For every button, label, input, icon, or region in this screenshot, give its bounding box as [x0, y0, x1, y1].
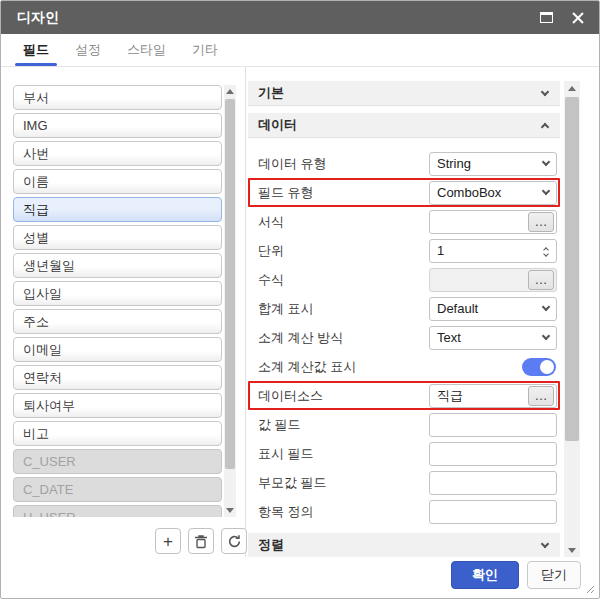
refresh-icon	[227, 534, 242, 549]
scrollbar-thumb[interactable]	[225, 99, 235, 469]
ellipsis-button[interactable]: …	[528, 386, 554, 406]
chevron-down-icon	[542, 303, 550, 311]
add-field-button[interactable]: +	[155, 528, 181, 554]
titlebar: 디자인	[1, 1, 599, 34]
section-title: 데이터	[258, 116, 297, 134]
property-row-formula: 수식 …	[248, 265, 560, 294]
data-type-select[interactable]: String	[429, 152, 557, 176]
display-field-input[interactable]	[429, 442, 557, 466]
tab-label: 필드	[23, 41, 49, 59]
ok-button[interactable]: 확인	[451, 561, 519, 589]
value-field-input[interactable]	[429, 413, 557, 437]
tab-style[interactable]: 스타일	[121, 34, 172, 66]
scroll-down-icon[interactable]	[564, 543, 580, 557]
spinner-value: 1	[437, 243, 444, 258]
maximize-icon[interactable]	[540, 12, 553, 23]
formula-input: …	[429, 268, 557, 292]
list-item[interactable]: IMG	[13, 113, 222, 138]
property-row-field-type: 필드 유형 ComboBox	[248, 178, 560, 207]
close-icon[interactable]	[571, 11, 585, 25]
dialog-title: 디자인	[17, 9, 540, 27]
tab-settings[interactable]: 설정	[69, 34, 107, 66]
property-row-subtotal-method: 소계 계산 방식 Text	[248, 323, 560, 352]
format-input[interactable]: …	[429, 210, 557, 234]
field-type-select[interactable]: ComboBox	[429, 181, 557, 205]
close-button[interactable]: 닫기	[527, 561, 581, 589]
list-item[interactable]: 주소	[13, 309, 222, 334]
ellipsis-button[interactable]: …	[528, 212, 554, 232]
list-item[interactable]: 비고	[13, 421, 222, 446]
tab-etc[interactable]: 기타	[186, 34, 224, 66]
list-item[interactable]: 이름	[13, 169, 222, 194]
scrollbar-thumb[interactable]	[565, 97, 579, 441]
chevron-down-icon	[541, 539, 549, 547]
property-label: 부모값 필드	[258, 474, 327, 492]
chevron-down-icon	[542, 187, 550, 195]
property-label: 단위	[258, 242, 284, 260]
property-label: 값 필드	[258, 416, 301, 434]
property-row-data-type: 데이터 유형 String	[248, 149, 560, 178]
scroll-up-icon[interactable]	[564, 81, 580, 95]
property-row-subtotal-value-display: 소계 계산값 표시	[248, 352, 560, 381]
property-label: 표시 필드	[258, 445, 314, 463]
plus-icon: +	[163, 533, 173, 550]
design-dialog: 디자인 필드 설정 스타일 기타 부서 IMG 사번 이름 직급 성별 생년월일	[0, 0, 600, 599]
property-row-parent-value-field: 부모값 필드	[248, 468, 560, 497]
section-title: 정렬	[258, 536, 284, 554]
property-label: 항목 정의	[258, 503, 314, 521]
list-item[interactable]: 생년월일	[13, 253, 222, 278]
list-item[interactable]: 이메일	[13, 337, 222, 362]
list-item[interactable]: 부서	[13, 85, 222, 110]
total-display-select[interactable]: Default	[429, 297, 557, 321]
list-item-selected[interactable]: 직급	[13, 197, 222, 222]
subtotal-value-toggle[interactable]	[522, 358, 556, 376]
property-row-item-definition: 항목 정의	[248, 497, 560, 526]
subtotal-method-select[interactable]: Text	[429, 326, 557, 350]
chevron-down-icon	[541, 87, 549, 95]
property-label: 데이터 유형	[258, 155, 327, 173]
select-value: String	[437, 156, 471, 171]
section-header-basic[interactable]: 기본	[248, 81, 560, 106]
unit-spinner[interactable]: 1	[429, 239, 557, 263]
property-label: 소계 계산값 표시	[258, 358, 356, 376]
scroll-up-icon[interactable]	[224, 85, 236, 98]
resize-grip[interactable]	[585, 584, 595, 594]
list-item[interactable]: 입사일	[13, 281, 222, 306]
select-value: Text	[437, 330, 461, 345]
ellipsis-button[interactable]: …	[528, 270, 554, 290]
list-item[interactable]: 사번	[13, 141, 222, 166]
property-label: 필드 유형	[258, 184, 314, 202]
chevron-down-icon	[542, 158, 550, 166]
delete-field-button[interactable]	[188, 528, 214, 554]
field-list-panel: 부서 IMG 사번 이름 직급 성별 생년월일 입사일 주소 이메일 연락처 퇴…	[1, 67, 246, 557]
section-header-data[interactable]: 데이터	[248, 113, 560, 138]
parent-value-field-input[interactable]	[429, 471, 557, 495]
datasource-input[interactable]: 직급 …	[429, 384, 557, 408]
list-item-disabled: C_USER	[13, 449, 222, 474]
refresh-button[interactable]	[221, 528, 247, 554]
spinner-down-icon[interactable]	[543, 251, 549, 257]
property-label: 합계 표시	[258, 300, 314, 318]
list-toolbar: +	[13, 528, 247, 554]
tab-fields[interactable]: 필드	[17, 34, 55, 66]
section-header-sort[interactable]: 정렬	[248, 533, 560, 557]
tab-label: 설정	[75, 41, 101, 59]
chevron-up-icon	[541, 122, 549, 130]
field-list: 부서 IMG 사번 이름 직급 성별 생년월일 입사일 주소 이메일 연락처 퇴…	[13, 85, 222, 517]
property-row-unit: 단위 1	[248, 236, 560, 265]
scroll-down-icon[interactable]	[224, 504, 236, 517]
list-item[interactable]: 퇴사여부	[13, 393, 222, 418]
list-item[interactable]: 연락처	[13, 365, 222, 390]
property-label: 데이터소스	[258, 387, 323, 405]
tab-label: 스타일	[127, 41, 166, 59]
properties-scrollbar[interactable]	[564, 81, 580, 557]
property-row-format: 서식 …	[248, 207, 560, 236]
chevron-down-icon	[542, 332, 550, 340]
input-value: 직급	[437, 387, 463, 405]
property-label: 수식	[258, 271, 284, 289]
list-item[interactable]: 성별	[13, 225, 222, 250]
field-list-scrollbar[interactable]	[224, 85, 236, 517]
property-row-total-display: 합계 표시 Default	[248, 294, 560, 323]
list-item-disabled: C_DATE	[13, 477, 222, 502]
item-definition-input[interactable]	[429, 500, 557, 524]
